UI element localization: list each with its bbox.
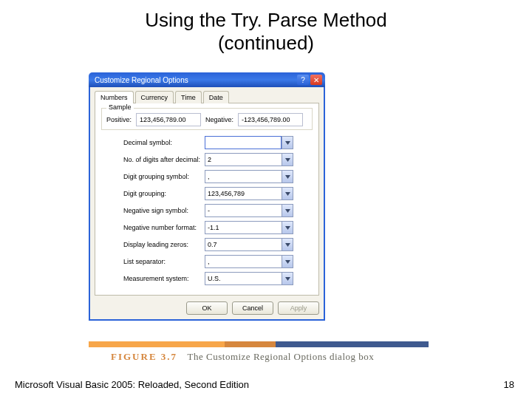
- digits-after-label: No. of digits after decimal:: [123, 156, 205, 163]
- neg-sign-label: Negative sign symbol:: [123, 207, 205, 214]
- dialog-body: Numbers Currency Time Date Sample Positi…: [89, 87, 325, 321]
- neg-sign-combo[interactable]: -: [205, 204, 293, 217]
- svg-marker-8: [285, 277, 290, 281]
- svg-marker-2: [285, 175, 290, 179]
- figure-caption: FIGURE 3.7 The Customize Regional Option…: [111, 351, 374, 363]
- footer-left: Microsoft Visual Basic 2005: Reloaded, S…: [15, 379, 249, 390]
- digits-after-combo[interactable]: 2: [205, 153, 293, 166]
- dialog-titlebar: Customize Regional Options ? ✕: [89, 72, 325, 87]
- slide-title: Using the Try. Parse Method (continued): [0, 9, 532, 55]
- decorative-bar: [89, 341, 429, 347]
- neg-format-combo[interactable]: -1.1: [205, 221, 293, 234]
- decimal-symbol-label: Decimal symbol:: [123, 139, 205, 146]
- leading-zeros-label: Display leading zeros:: [123, 241, 205, 248]
- number-fields: Decimal symbol: No. of digits after deci…: [101, 136, 313, 285]
- ok-button[interactable]: OK: [186, 301, 228, 315]
- grouping-symbol-label: Digit grouping symbol:: [123, 173, 205, 180]
- list-sep-combo[interactable]: ,: [205, 255, 293, 268]
- digit-grouping-label: Digit grouping:: [123, 190, 205, 197]
- measurement-label: Measurement system:: [123, 275, 205, 282]
- svg-marker-6: [285, 243, 290, 247]
- measurement-value[interactable]: U.S.: [205, 272, 282, 285]
- negative-value: -123,456,789.00: [238, 113, 303, 126]
- help-icon[interactable]: ?: [297, 75, 309, 85]
- decimal-symbol-value[interactable]: [205, 136, 282, 149]
- chevron-down-icon[interactable]: [282, 170, 293, 183]
- dialog-button-row: OK Cancel Apply: [95, 301, 319, 315]
- positive-label: Positive:: [106, 116, 132, 123]
- positive-value: 123,456,789.00: [136, 113, 201, 126]
- leading-zeros-value[interactable]: 0.7: [205, 238, 282, 251]
- neg-format-value[interactable]: -1.1: [205, 221, 282, 234]
- chevron-down-icon[interactable]: [282, 153, 293, 166]
- svg-marker-5: [285, 226, 290, 230]
- customize-regional-options-dialog: Customize Regional Options ? ✕ Numbers C…: [89, 72, 325, 321]
- cancel-button[interactable]: Cancel: [232, 301, 273, 315]
- tab-date[interactable]: Date: [203, 91, 229, 103]
- tab-strip: Numbers Currency Time Date: [95, 90, 319, 103]
- grouping-symbol-value[interactable]: ,: [205, 170, 282, 183]
- digits-after-value[interactable]: 2: [205, 153, 282, 166]
- chevron-down-icon[interactable]: [282, 255, 293, 268]
- tab-currency[interactable]: Currency: [135, 91, 174, 103]
- svg-marker-7: [285, 260, 290, 264]
- svg-marker-0: [285, 141, 290, 145]
- slide-title-line2: (continued): [218, 32, 314, 54]
- neg-sign-value[interactable]: -: [205, 204, 282, 217]
- chevron-down-icon[interactable]: [282, 272, 293, 285]
- neg-format-label: Negative number format:: [123, 224, 205, 231]
- measurement-combo[interactable]: U.S.: [205, 272, 293, 285]
- chevron-down-icon[interactable]: [282, 187, 293, 200]
- chevron-down-icon[interactable]: [282, 136, 293, 149]
- grouping-symbol-combo[interactable]: ,: [205, 170, 293, 183]
- sample-group: Sample Positive: 123,456,789.00 Negative…: [101, 108, 313, 130]
- page-number: 18: [504, 379, 514, 390]
- figure-number: FIGURE 3.7: [111, 351, 177, 362]
- tab-content-numbers: Sample Positive: 123,456,789.00 Negative…: [95, 103, 319, 296]
- svg-marker-3: [285, 192, 290, 196]
- svg-marker-4: [285, 209, 290, 213]
- negative-label: Negative:: [205, 116, 233, 123]
- slide-title-line1: Using the Try. Parse Method: [145, 9, 387, 31]
- chevron-down-icon[interactable]: [282, 238, 293, 251]
- list-sep-value[interactable]: ,: [205, 255, 282, 268]
- digit-grouping-value[interactable]: 123,456,789: [205, 187, 282, 200]
- close-icon[interactable]: ✕: [310, 75, 322, 85]
- list-sep-label: List separator:: [123, 258, 205, 265]
- digit-grouping-combo[interactable]: 123,456,789: [205, 187, 293, 200]
- tab-numbers[interactable]: Numbers: [95, 91, 134, 103]
- tab-time[interactable]: Time: [175, 91, 202, 103]
- decimal-symbol-combo[interactable]: [205, 136, 293, 149]
- svg-marker-1: [285, 158, 290, 162]
- chevron-down-icon[interactable]: [282, 204, 293, 217]
- sample-legend: Sample: [106, 103, 134, 111]
- chevron-down-icon[interactable]: [282, 221, 293, 234]
- leading-zeros-combo[interactable]: 0.7: [205, 238, 293, 251]
- dialog-title: Customize Regional Options: [95, 76, 188, 84]
- figure-text: The Customize Regional Options dialog bo…: [188, 351, 375, 362]
- apply-button[interactable]: Apply: [278, 301, 319, 315]
